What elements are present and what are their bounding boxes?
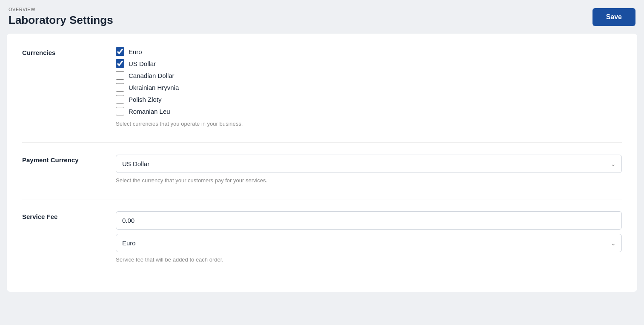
- service-fee-content: Euro US Dollar Canadian Dollar ⌄ Service…: [116, 211, 622, 263]
- service-fee-currency-select[interactable]: Euro US Dollar Canadian Dollar: [116, 234, 622, 252]
- currency-label-cad: Canadian Dollar: [129, 72, 175, 79]
- service-fee-hint: Service fee that will be added to each o…: [116, 256, 622, 263]
- currency-item-euro[interactable]: Euro: [116, 47, 622, 56]
- header-left: OVERVIEW Laboratory Settings: [9, 7, 113, 27]
- currency-item-ron[interactable]: Romanian Leu: [116, 107, 622, 115]
- currency-checkbox-cad[interactable]: [116, 71, 124, 80]
- currencies-label: Currencies: [22, 47, 116, 56]
- currency-label-uah: Ukrainian Hryvnia: [129, 84, 179, 91]
- payment-currency-select[interactable]: Euro US Dollar Canadian Dollar Ukrainian…: [116, 155, 622, 173]
- currency-checkbox-group: Euro US Dollar Canadian Dollar Ukrainian…: [116, 47, 622, 115]
- currency-item-usd[interactable]: US Dollar: [116, 59, 622, 68]
- currency-item-uah[interactable]: Ukrainian Hryvnia: [116, 83, 622, 92]
- service-fee-input[interactable]: [116, 211, 622, 230]
- currency-item-cad[interactable]: Canadian Dollar: [116, 71, 622, 80]
- currency-item-pln[interactable]: Polish Zloty: [116, 95, 622, 104]
- currency-checkbox-uah[interactable]: [116, 83, 124, 92]
- payment-currency-section: Payment Currency Euro US Dollar Canadian…: [22, 155, 622, 184]
- currency-checkbox-usd[interactable]: [116, 59, 124, 68]
- service-fee-label: Service Fee: [22, 211, 116, 220]
- settings-card: Currencies Euro US Dollar Canadian Dolla…: [7, 34, 637, 292]
- currencies-hint: Select currencies that you operate in yo…: [116, 121, 622, 127]
- service-fee-currency-select-wrapper: Euro US Dollar Canadian Dollar ⌄: [116, 234, 622, 252]
- currencies-content: Euro US Dollar Canadian Dollar Ukrainian…: [116, 47, 622, 127]
- currency-label-pln: Polish Zloty: [129, 96, 162, 103]
- currency-label-usd: US Dollar: [129, 60, 156, 67]
- currency-label-euro: Euro: [129, 48, 142, 55]
- divider-1: [22, 142, 622, 143]
- page-title: Laboratory Settings: [9, 14, 113, 27]
- currency-label-ron: Romanian Leu: [129, 108, 170, 115]
- service-fee-section: Service Fee Euro US Dollar Canadian Doll…: [22, 211, 622, 263]
- currency-checkbox-ron[interactable]: [116, 107, 124, 115]
- currencies-section: Currencies Euro US Dollar Canadian Dolla…: [22, 47, 622, 127]
- currency-checkbox-euro[interactable]: [116, 47, 124, 56]
- page-header: OVERVIEW Laboratory Settings Save: [7, 7, 637, 27]
- payment-currency-select-wrapper: Euro US Dollar Canadian Dollar Ukrainian…: [116, 155, 622, 173]
- save-button[interactable]: Save: [592, 8, 635, 26]
- payment-currency-label: Payment Currency: [22, 155, 116, 164]
- payment-currency-hint: Select the currency that your customers …: [116, 177, 622, 184]
- currency-checkbox-pln[interactable]: [116, 95, 124, 104]
- divider-2: [22, 199, 622, 199]
- payment-currency-content: Euro US Dollar Canadian Dollar Ukrainian…: [116, 155, 622, 184]
- breadcrumb: OVERVIEW: [9, 7, 113, 12]
